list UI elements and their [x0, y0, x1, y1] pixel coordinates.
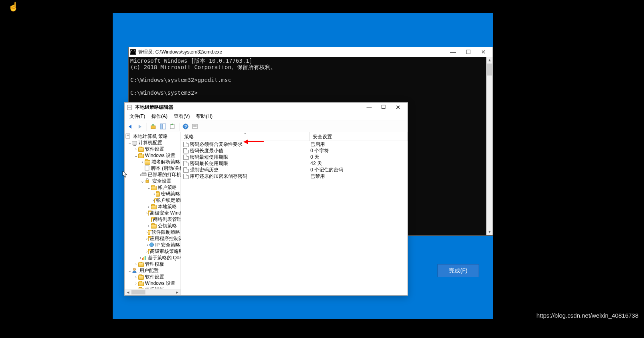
policy-row[interactable]: 密码最短使用期限0 天: [181, 154, 407, 160]
tree-account-policies[interactable]: ⌄帐户策略: [125, 184, 181, 191]
tree-deployed-printers[interactable]: ›已部署的打印机: [125, 171, 181, 178]
policy-row[interactable]: 密码长度最小值0 个字符: [181, 147, 407, 154]
tree-network-list[interactable]: 网络列表管理器策略: [125, 216, 181, 223]
svg-rect-21: [142, 258, 143, 260]
cmd-scrollbar[interactable]: ▲ ▼: [486, 57, 493, 235]
policy-name: 密码必须符合复杂性要求: [190, 141, 242, 147]
svg-point-20: [149, 243, 153, 247]
policy-name: 密码最短使用期限: [190, 154, 228, 160]
svg-point-24: [133, 268, 136, 270]
forward-button[interactable]: [136, 122, 145, 131]
cmd-icon: C:\: [130, 49, 136, 55]
help-button[interactable]: ?: [181, 122, 190, 131]
policy-icon: [183, 167, 189, 173]
filter-button[interactable]: [191, 122, 200, 131]
tree-app-control[interactable]: ›应用程序控制策略: [125, 235, 181, 242]
scroll-right-arrow[interactable]: ►: [174, 289, 181, 295]
menu-help[interactable]: 帮助(H): [193, 112, 216, 121]
watermark-text: https://blog.csdn.net/weixin_40816738: [537, 312, 638, 319]
tree-horizontal-scrollbar[interactable]: ◄ ►: [125, 289, 181, 295]
column-security[interactable]: 安全设置: [310, 132, 407, 141]
tree-advanced-audit[interactable]: ›高级审核策略配置: [125, 248, 181, 254]
gpedit-titlebar[interactable]: 本地组策略编辑器 — ☐ ✕: [125, 103, 407, 112]
tree-software-restriction[interactable]: ›软件限制策略: [125, 229, 181, 235]
tree-security-settings[interactable]: ⌄安全设置: [125, 178, 181, 184]
scroll-thumb-h[interactable]: [131, 290, 145, 294]
cmd-titlebar[interactable]: C:\ 管理员: C:\Windows\system32\cmd.exe — ☐…: [129, 47, 493, 57]
svg-rect-4: [151, 126, 155, 129]
policy-icon: [183, 155, 189, 160]
tree-software-settings[interactable]: ›软件设置: [125, 146, 181, 152]
annotation-arrow: [248, 141, 264, 142]
policy-value: 0 个字符: [310, 147, 407, 154]
tree-scripts[interactable]: 脚本 (启动/关机): [125, 165, 181, 171]
tree-advanced-security[interactable]: ›高级安全 Windows: [125, 210, 181, 216]
tree-qos-policy[interactable]: ›基于策略的 QoS: [125, 254, 181, 261]
cmd-minimize-button[interactable]: —: [445, 48, 461, 56]
svg-rect-1: [128, 106, 131, 106]
scroll-down-arrow[interactable]: ▼: [487, 229, 493, 235]
gpedit-maximize-button[interactable]: ☐: [376, 104, 391, 111]
tree-lockout-policy[interactable]: ›帐户锁定策略: [125, 197, 181, 203]
list-pane: ^策略 安全设置 密码必须符合复杂性要求已启用密码长度最小值0 个字符密码最短使…: [181, 132, 407, 295]
svg-rect-23: [145, 256, 146, 260]
policy-row[interactable]: 密码必须符合复杂性要求已启用: [181, 141, 407, 147]
policy-value: 已禁用: [310, 173, 407, 179]
cmd-title-text: 管理员: C:\Windows\system32\cmd.exe: [138, 49, 445, 56]
svg-rect-14: [127, 135, 129, 135]
gpedit-minimize-button[interactable]: —: [362, 104, 376, 111]
up-button[interactable]: [149, 122, 158, 131]
policy-icon: [183, 161, 189, 166]
policy-name: 用可还原的加密来储存密码: [190, 173, 247, 179]
svg-rect-6: [163, 124, 166, 129]
policy-icon: [183, 148, 189, 153]
policy-name: 强制密码历史: [190, 167, 219, 173]
tree-user-software[interactable]: ›软件设置: [125, 274, 181, 280]
tree-user-config[interactable]: ⌄用户配置: [125, 267, 181, 274]
sort-indicator-icon: ^: [244, 132, 246, 135]
back-button[interactable]: [126, 122, 135, 131]
cmd-maximize-button[interactable]: ☐: [461, 48, 476, 56]
tree-windows-settings[interactable]: ⌄Windows 设置: [125, 152, 181, 159]
policy-value: 0 天: [310, 154, 407, 160]
gpedit-close-button[interactable]: ✕: [391, 104, 405, 111]
tree-dns-policy[interactable]: ›域名解析策略: [125, 159, 181, 165]
policy-list: 密码必须符合复杂性要求已启用密码长度最小值0 个字符密码最短使用期限0 天密码最…: [181, 141, 407, 295]
policy-name: 密码最长使用期限: [190, 160, 228, 167]
tree-user-windows[interactable]: ›Windows 设置: [125, 280, 181, 286]
show-hide-tree-button[interactable]: [159, 122, 167, 131]
policy-icon: [183, 174, 189, 179]
policy-row[interactable]: 密码最长使用期限42 天: [181, 160, 407, 167]
policy-name: 密码长度最小值: [190, 147, 223, 154]
scroll-up-arrow[interactable]: ▲: [487, 57, 493, 64]
svg-rect-19: [146, 180, 149, 183]
menu-file[interactable]: 文件(F): [126, 112, 148, 121]
mouse-cursor-icon: [122, 171, 128, 179]
tree-root[interactable]: 本地计算机 策略: [125, 133, 181, 139]
svg-rect-17: [142, 173, 146, 176]
gpedit-title-text: 本地组策略编辑器: [135, 104, 362, 111]
gpedit-window: 本地组策略编辑器 — ☐ ✕ 文件(F) 操作(A) 查看(V) 帮助(H) ?…: [124, 102, 408, 296]
tree-public-key[interactable]: ›公钥策略: [125, 223, 181, 229]
tree-computer-config[interactable]: ⌄计算机配置: [125, 139, 181, 146]
finish-button[interactable]: 完成(F): [437, 264, 479, 277]
tree-local-policies[interactable]: ›本地策略: [125, 203, 181, 210]
gpedit-icon: [127, 105, 133, 110]
tree-password-policy[interactable]: ›密码策略: [125, 191, 181, 197]
policy-row[interactable]: 强制密码历史0 个记住的密码: [181, 167, 407, 173]
tree-admin-templates[interactable]: ›管理模板: [125, 261, 181, 267]
scroll-thumb[interactable]: [487, 64, 492, 76]
tree-pane: 本地计算机 策略 ⌄计算机配置 ›软件设置 ⌄Windows 设置 ›域名解析策…: [125, 132, 181, 295]
cmd-close-button[interactable]: ✕: [476, 48, 491, 56]
scroll-left-arrow[interactable]: ◄: [125, 289, 131, 295]
tree-ipsec-policies[interactable]: ›IP 安全策略: [125, 242, 181, 248]
policy-row[interactable]: 用可还原的加密来储存密码已禁用: [181, 173, 407, 179]
menu-view[interactable]: 查看(V): [171, 112, 193, 121]
menu-action[interactable]: 操作(A): [148, 112, 171, 121]
policy-icon: [183, 142, 189, 147]
svg-rect-16: [145, 166, 149, 170]
gpedit-toolbar: ?: [125, 121, 407, 132]
tree-user-admin-templates[interactable]: ›管理模板: [125, 286, 181, 288]
export-button[interactable]: [168, 122, 177, 131]
svg-rect-22: [143, 257, 144, 260]
